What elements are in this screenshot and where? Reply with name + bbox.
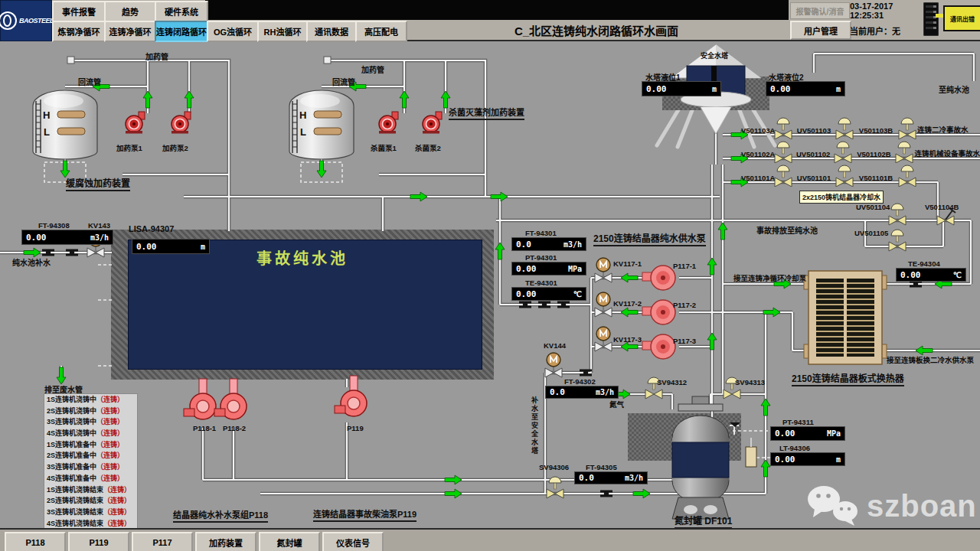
dosing1-pipe-label: 加药管 bbox=[145, 51, 168, 62]
caster-status-row: 1S连铸机浇铸中（连铸） bbox=[44, 394, 137, 406]
dosing2-high-mark: H bbox=[299, 109, 306, 121]
pneumatic-valve-icon[interactable] bbox=[773, 139, 793, 163]
pneumatic-valve-icon[interactable] bbox=[894, 139, 914, 163]
te94304-display: 0.00℃ bbox=[896, 268, 966, 282]
te94301-label: TE-94301 bbox=[525, 279, 557, 287]
lisa94307-display: 0.00m bbox=[132, 239, 210, 254]
pneumatic-valve-icon[interactable] bbox=[773, 115, 793, 139]
lt94306-label: LT-94306 bbox=[779, 444, 810, 452]
caster-status-row: 3S连铸机准备中（连铸） bbox=[44, 461, 137, 473]
makeup-to-tower-label: 补水至安全水塔 bbox=[530, 396, 540, 455]
nitrogen-gas-label: 氮气 bbox=[609, 399, 624, 409]
p119-label: P119 bbox=[347, 424, 364, 432]
kv117-1-label: KV117-1 bbox=[613, 259, 642, 268]
discharge-to-pool-label: 事故排放至纯水池 bbox=[756, 224, 818, 236]
footer-nav-button[interactable]: P117 bbox=[132, 532, 193, 551]
ft94305-display: 0.0m3/h bbox=[574, 471, 648, 484]
pt94311-label: PT-94311 bbox=[782, 418, 814, 426]
dosing-tank-1[interactable] bbox=[33, 90, 97, 159]
pneumatic-valve-icon[interactable] bbox=[897, 162, 917, 187]
kv117-3-label: KV117-3 bbox=[613, 335, 642, 344]
valve-label: V501103A bbox=[741, 126, 773, 135]
caster-status-row: 3S连铸机浇铸中（连铸） bbox=[44, 416, 137, 428]
ft94302-display: 0.0m3/h bbox=[545, 386, 619, 399]
scada-screen: BAOSTEEL 事件报警 趋势 硬件系统 炼钢净循环 连铸净循环 连铸闭路循环… bbox=[0, 0, 980, 551]
dosing1-pump2-label: 加药泵2 bbox=[162, 142, 188, 153]
dosing2-pipe-label: 加药管 bbox=[361, 64, 384, 75]
dosing2-title: 杀菌灭藻剂加药装置 bbox=[449, 106, 524, 120]
footer-bar: P118P119P117加药装置氮封罐仪表信号 bbox=[0, 528, 980, 551]
lt94306-display: 0.00m bbox=[770, 452, 845, 466]
caster-status-row: 1S连铸机准备中（连铸） bbox=[44, 439, 137, 451]
caster-status-row: 2S连铸机准备中（连铸） bbox=[44, 450, 137, 461]
valve-label: UV501101 bbox=[793, 174, 835, 182]
valve-label: V501101B bbox=[854, 174, 897, 182]
kv144-label: KV144 bbox=[544, 341, 566, 350]
pneumatic-valve-icon[interactable] bbox=[833, 139, 853, 163]
destination-label: 连铸机械设备事故水 bbox=[914, 148, 980, 158]
pt94301-label: PT-94301 bbox=[525, 253, 557, 262]
pump-p119-icon[interactable] bbox=[335, 376, 367, 416]
destination-label: 连铸二冷事故水 bbox=[917, 124, 969, 135]
pump-p118-2-icon[interactable] bbox=[214, 379, 247, 419]
ft94301-display: 0.0m3/h bbox=[511, 237, 586, 251]
caster-status-row: 4S连铸机浇铸中（连铸） bbox=[44, 428, 137, 439]
kv117-2-label: KV117-2 bbox=[613, 299, 642, 308]
dosing2-pump1-label: 杀菌泵1 bbox=[371, 142, 397, 153]
v501104b-label: V501104B bbox=[925, 203, 959, 211]
sv94312-label: SV94312 bbox=[657, 378, 687, 386]
ft94308-display: 0.00m3/h bbox=[21, 230, 113, 245]
valve-matrix-row: V501101A UV501101 V501101B bbox=[741, 163, 980, 187]
dosing-pump-2-icon[interactable] bbox=[172, 112, 191, 134]
df101-title: 氮封罐 DF101 bbox=[675, 514, 732, 529]
plate-heat-exchanger[interactable] bbox=[804, 271, 887, 364]
ft94305-label: FT-94305 bbox=[586, 463, 617, 471]
pneumatic-valve-icon[interactable] bbox=[773, 162, 793, 187]
p118-1-label: P118-1 bbox=[193, 424, 216, 432]
wechat-icon bbox=[805, 484, 862, 528]
sv94306-label: SV94306 bbox=[539, 463, 569, 471]
pump-p117-3-icon[interactable] bbox=[642, 334, 675, 359]
watermark-text: szboan bbox=[867, 489, 977, 523]
pneumatic-valve-icon[interactable] bbox=[897, 115, 917, 139]
lisa94307-label: LISA-94307 bbox=[129, 224, 174, 233]
footer-nav-button[interactable]: 氮封罐 bbox=[259, 532, 320, 551]
footer-nav-button[interactable]: P118 bbox=[5, 532, 66, 551]
pump-p117-2-icon[interactable] bbox=[642, 300, 675, 324]
pump-p118-1-icon[interactable] bbox=[184, 379, 216, 419]
sterilize-pump-2-icon[interactable] bbox=[423, 112, 442, 134]
dosing1-return-label: 回流管 bbox=[78, 76, 101, 87]
te94304-label: TE-94304 bbox=[908, 259, 940, 268]
footer-nav-button[interactable]: 加药装置 bbox=[195, 532, 256, 551]
p118-2-label: P118-2 bbox=[223, 424, 246, 432]
dosing1-pump1-label: 加药泵1 bbox=[116, 142, 142, 153]
caster-status-row: 4S连铸机准备中（连铸） bbox=[44, 473, 137, 484]
dosing-tank-2[interactable] bbox=[289, 90, 354, 159]
ft94301-label: FT-94301 bbox=[525, 229, 557, 237]
dosing2-pump2-label: 杀菌泵2 bbox=[415, 142, 441, 153]
pneumatic-valve-icon[interactable] bbox=[835, 162, 854, 187]
tower-level2-display: 0.00m bbox=[766, 81, 845, 96]
valve-label: V501102B bbox=[853, 150, 894, 158]
dosing-pump-1-icon[interactable] bbox=[126, 112, 145, 134]
valve-label: UV501102 bbox=[793, 150, 833, 158]
footer-nav-button[interactable]: 仪表信号 bbox=[322, 532, 384, 551]
cooling-water-tooltip: 2x2150铸机结晶器冷却水 bbox=[799, 191, 884, 204]
dosing2-return-label: 回流管 bbox=[332, 76, 355, 87]
sterilize-pump-1-icon[interactable] bbox=[379, 112, 398, 134]
to-pure-water-pool-label: 至纯水池 bbox=[939, 83, 969, 95]
kv143-label: KV143 bbox=[88, 221, 110, 230]
p118-group-title: 结晶器纯水补水泵组P118 bbox=[173, 508, 268, 523]
p117-2-label: P117-2 bbox=[673, 301, 696, 309]
caster-status-row: 2S连铸机浇铸结束（连铸） bbox=[44, 495, 137, 507]
exchanger-inlet-label: 接至连铸净循环冷却泵 bbox=[733, 272, 806, 283]
uv501105-label: UV501105 bbox=[854, 229, 888, 237]
dosing1-high-mark: H bbox=[43, 109, 50, 121]
pneumatic-valve-icon[interactable] bbox=[835, 115, 854, 139]
watermark: szboan bbox=[805, 484, 977, 528]
pump-p117-1-icon[interactable] bbox=[642, 266, 675, 290]
dosing1-low-mark: L bbox=[44, 126, 50, 138]
caster-status-row: 2S连铸机浇铸中（连铸） bbox=[44, 406, 137, 417]
ft94302-label: FT-94302 bbox=[564, 377, 596, 386]
footer-nav-button[interactable]: P119 bbox=[68, 532, 129, 551]
